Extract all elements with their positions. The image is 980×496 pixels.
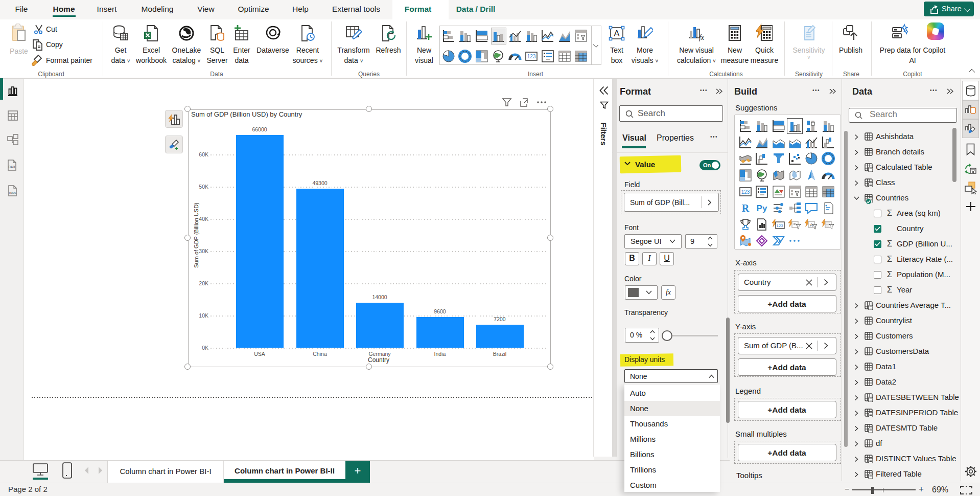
svg-text:123: 123 <box>741 189 750 195</box>
svg-text:fx: fx <box>699 34 705 41</box>
svg-text:A: A <box>614 29 620 38</box>
svg-text:123: 123 <box>776 223 783 228</box>
svg-text:DAX: DAX <box>8 165 15 169</box>
svg-text:Py: Py <box>757 204 767 213</box>
svg-text:R: R <box>742 202 750 214</box>
svg-text:A: A <box>810 222 813 228</box>
svg-text:TMDL: TMDL <box>8 191 17 194</box>
svg-text:123: 123 <box>527 54 536 59</box>
